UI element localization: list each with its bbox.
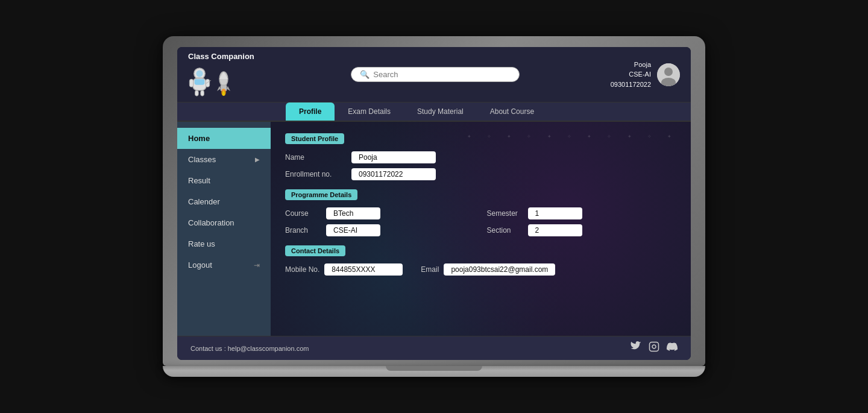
rocket-icon [217, 71, 230, 97]
programme-badge: Programme Details [285, 189, 357, 200]
app-header: Class Companion [177, 47, 691, 102]
branch-label: Branch [285, 226, 321, 235]
search-area: 🔍 [260, 67, 611, 82]
sidebar-item-collaboration[interactable]: Collaboration [177, 212, 271, 233]
svg-point-7 [196, 71, 203, 77]
branch-item: Branch CSE-AI [285, 224, 475, 236]
sidebar-item-classes[interactable]: Classes ▶ [177, 149, 271, 170]
sidebar: Home Classes ▶ Result Calender Collabora… [177, 122, 271, 336]
email-value: pooja093btcsai22@gmail.com [444, 263, 555, 276]
sidebar-item-calender[interactable]: Calender [177, 191, 271, 212]
avatar-icon [657, 63, 680, 86]
app-footer: Contact us : help@classcompanion.com [177, 336, 691, 360]
name-row: Name Pooja [285, 151, 676, 163]
search-input[interactable] [373, 70, 511, 79]
mobile-item: Mobile No. 844855XXXX [285, 263, 403, 276]
mobile-value: 844855XXXX [324, 263, 403, 276]
user-name: Pooja [611, 60, 651, 70]
footer-icons [631, 341, 678, 355]
enrollment-label: Enrollment no. [285, 170, 351, 178]
user-enrollment: 09301172022 [611, 80, 651, 90]
app-title: Class Companion [188, 52, 254, 61]
svg-point-15 [222, 91, 225, 96]
user-info: Pooja CSE-AI 09301172022 [611, 60, 651, 90]
discord-icon[interactable] [667, 341, 678, 355]
search-box[interactable]: 🔍 [351, 67, 520, 82]
tab-profile[interactable]: Profile [286, 102, 335, 121]
svg-rect-3 [189, 79, 193, 87]
course-value: BTech [326, 207, 380, 219]
nav-tabs: Profile Exam Details Study Material Abou… [177, 102, 691, 122]
semester-label: Semester [487, 209, 523, 218]
branch-value: CSE-AI [326, 224, 380, 236]
student-profile-badge: Student Profile [285, 133, 344, 144]
astronaut-icon [188, 67, 211, 97]
semester-value: 1 [528, 207, 582, 219]
twitter-icon[interactable] [631, 341, 641, 355]
astronaut-area [188, 61, 230, 97]
svg-rect-5 [195, 90, 199, 96]
sidebar-item-home[interactable]: Home [177, 128, 271, 149]
user-area: Pooja CSE-AI 09301172022 [611, 60, 680, 90]
instagram-icon[interactable] [649, 341, 659, 355]
user-branch: CSE-AI [611, 69, 651, 80]
screen-bezel: Class Companion [163, 36, 705, 366]
email-label: Email [421, 265, 439, 274]
sidebar-item-logout[interactable]: Logout ⇥ [177, 254, 271, 276]
app-screen: Class Companion [177, 47, 691, 360]
tab-study-material[interactable]: Study Material [404, 102, 477, 121]
mobile-label: Mobile No. [285, 265, 319, 274]
tab-about-course[interactable]: About Course [477, 102, 547, 121]
section-value: 2 [528, 224, 582, 236]
section-item: Section 2 [487, 224, 677, 236]
semester-item: Semester 1 [487, 207, 677, 219]
tab-exam-details[interactable]: Exam Details [335, 102, 404, 121]
course-item: Course BTech [285, 207, 475, 219]
svg-rect-6 [201, 90, 204, 96]
sidebar-item-rate-us[interactable]: Rate us [177, 233, 271, 254]
sidebar-item-result[interactable]: Result [177, 170, 271, 191]
logout-icon: ⇥ [254, 261, 260, 270]
laptop-base [163, 366, 705, 377]
footer-contact-text: Contact us : help@classcompanion.com [190, 345, 309, 352]
contact-badge: Contact Details [285, 245, 345, 256]
enrollment-value: 09301172022 [351, 168, 436, 180]
profile-content: Student Profile Name Pooja Enrollment no… [271, 122, 691, 336]
section-label: Section [487, 226, 523, 235]
search-icon: 🔍 [360, 70, 370, 79]
svg-point-17 [664, 68, 673, 76]
svg-marker-13 [227, 86, 230, 91]
main-area: Home Classes ▶ Result Calender Collabora… [177, 122, 691, 336]
svg-rect-19 [650, 342, 659, 352]
svg-rect-2 [195, 79, 205, 84]
name-value: Pooja [351, 151, 436, 163]
avatar [657, 63, 680, 86]
laptop-container: Class Companion [163, 36, 705, 377]
programme-grid: Course BTech Semester 1 Branch CSE-AI [285, 207, 676, 236]
contact-row: Mobile No. 844855XXXX Email pooja093btcs… [285, 263, 676, 276]
svg-marker-12 [217, 86, 221, 91]
course-label: Course [285, 209, 321, 218]
chevron-right-icon: ▶ [255, 156, 260, 163]
email-item: Email pooja093btcsai22@gmail.com [421, 263, 555, 276]
name-label: Name [285, 153, 351, 162]
enrollment-row: Enrollment no. 09301172022 [285, 168, 676, 180]
